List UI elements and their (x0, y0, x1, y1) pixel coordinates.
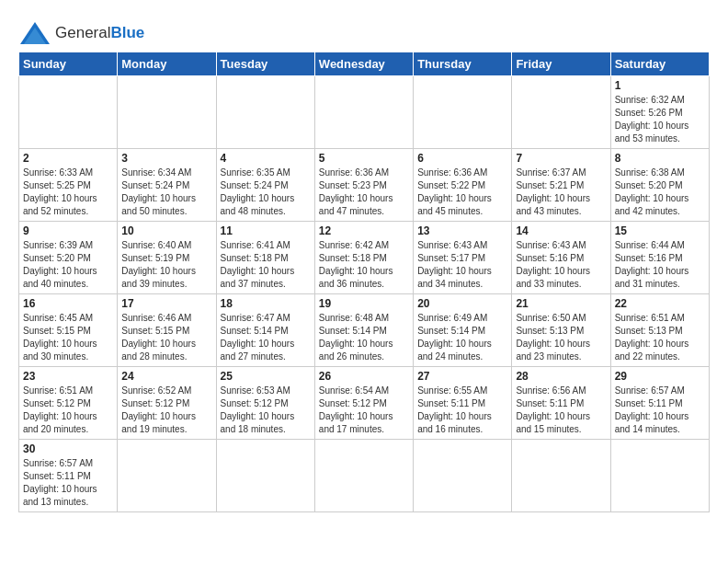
day-info: Sunrise: 6:51 AM Sunset: 5:12 PM Dayligh… (23, 385, 113, 436)
calendar-cell (610, 440, 709, 512)
day-info: Sunrise: 6:43 AM Sunset: 5:17 PM Dayligh… (417, 239, 507, 291)
calendar-cell: 5Sunrise: 6:36 AM Sunset: 5:23 PM Daylig… (314, 149, 413, 222)
day-number: 16 (23, 297, 113, 310)
day-info: Sunrise: 6:48 AM Sunset: 5:14 PM Dayligh… (319, 312, 409, 363)
calendar-week-1: 1Sunrise: 6:32 AM Sunset: 5:26 PM Daylig… (19, 76, 710, 149)
calendar-cell: 10Sunrise: 6:40 AM Sunset: 5:19 PM Dayli… (118, 222, 216, 294)
calendar-cell: 26Sunrise: 6:54 AM Sunset: 5:12 PM Dayli… (314, 367, 413, 440)
calendar-cell: 19Sunrise: 6:48 AM Sunset: 5:14 PM Dayli… (314, 294, 413, 367)
calendar-cell: 2Sunrise: 6:33 AM Sunset: 5:25 PM Daylig… (19, 149, 118, 222)
calendar-header-row: SundayMondayTuesdayWednesdayThursdayFrid… (19, 52, 710, 76)
calendar-week-3: 9Sunrise: 6:39 AM Sunset: 5:20 PM Daylig… (19, 222, 710, 294)
calendar-cell: 11Sunrise: 6:41 AM Sunset: 5:18 PM Dayli… (216, 222, 314, 294)
calendar-table: SundayMondayTuesdayWednesdayThursdayFrid… (18, 52, 710, 512)
calendar-cell (512, 76, 610, 149)
day-number: 18 (221, 297, 311, 310)
day-number: 4 (221, 152, 311, 165)
day-number: 11 (221, 224, 311, 237)
calendar-cell: 22Sunrise: 6:51 AM Sunset: 5:13 PM Dayli… (610, 294, 709, 367)
calendar-cell: 28Sunrise: 6:56 AM Sunset: 5:11 PM Dayli… (512, 367, 610, 440)
day-info: Sunrise: 6:33 AM Sunset: 5:25 PM Dayligh… (23, 167, 113, 218)
day-number: 28 (516, 370, 606, 383)
calendar-week-4: 16Sunrise: 6:45 AM Sunset: 5:15 PM Dayli… (19, 294, 710, 367)
day-info: Sunrise: 6:41 AM Sunset: 5:18 PM Dayligh… (221, 239, 311, 291)
logo-text: GeneralBlue (55, 24, 144, 42)
calendar-cell: 13Sunrise: 6:43 AM Sunset: 5:17 PM Dayli… (414, 222, 512, 294)
page: GeneralBlue SundayMondayTuesdayWednesday… (0, 0, 728, 522)
calendar-cell (414, 440, 512, 512)
day-info: Sunrise: 6:38 AM Sunset: 5:20 PM Dayligh… (615, 167, 705, 218)
calendar-cell: 30Sunrise: 6:57 AM Sunset: 5:11 PM Dayli… (19, 440, 118, 512)
weekday-header-wednesday: Wednesday (314, 52, 413, 76)
day-number: 17 (121, 297, 211, 310)
day-number: 29 (615, 370, 705, 383)
day-number: 26 (319, 370, 409, 383)
day-number: 20 (417, 297, 507, 310)
calendar-cell: 29Sunrise: 6:57 AM Sunset: 5:11 PM Dayli… (610, 367, 709, 440)
day-number: 15 (615, 224, 705, 237)
calendar-week-5: 23Sunrise: 6:51 AM Sunset: 5:12 PM Dayli… (19, 367, 710, 440)
calendar-cell: 1Sunrise: 6:32 AM Sunset: 5:26 PM Daylig… (610, 76, 709, 149)
day-info: Sunrise: 6:44 AM Sunset: 5:16 PM Dayligh… (615, 239, 705, 291)
day-info: Sunrise: 6:47 AM Sunset: 5:14 PM Dayligh… (221, 312, 311, 363)
day-info: Sunrise: 6:34 AM Sunset: 5:24 PM Dayligh… (121, 167, 211, 218)
day-info: Sunrise: 6:39 AM Sunset: 5:20 PM Dayligh… (23, 239, 113, 291)
logo-icon (18, 20, 51, 46)
weekday-header-thursday: Thursday (414, 52, 512, 76)
calendar-cell (414, 76, 512, 149)
day-info: Sunrise: 6:52 AM Sunset: 5:12 PM Dayligh… (121, 385, 211, 436)
day-number: 25 (221, 370, 311, 383)
calendar-cell (118, 76, 216, 149)
calendar-cell (216, 440, 314, 512)
day-info: Sunrise: 6:35 AM Sunset: 5:24 PM Dayligh… (221, 167, 311, 218)
day-info: Sunrise: 6:56 AM Sunset: 5:11 PM Dayligh… (516, 385, 606, 436)
calendar-cell: 16Sunrise: 6:45 AM Sunset: 5:15 PM Dayli… (19, 294, 118, 367)
calendar-week-6: 30Sunrise: 6:57 AM Sunset: 5:11 PM Dayli… (19, 440, 710, 512)
day-number: 10 (121, 224, 211, 237)
calendar-cell: 17Sunrise: 6:46 AM Sunset: 5:15 PM Dayli… (118, 294, 216, 367)
day-info: Sunrise: 6:36 AM Sunset: 5:22 PM Dayligh… (417, 167, 507, 218)
calendar-cell: 25Sunrise: 6:53 AM Sunset: 5:12 PM Dayli… (216, 367, 314, 440)
day-info: Sunrise: 6:54 AM Sunset: 5:12 PM Dayligh… (319, 385, 409, 436)
calendar-cell: 12Sunrise: 6:42 AM Sunset: 5:18 PM Dayli… (314, 222, 413, 294)
calendar-week-2: 2Sunrise: 6:33 AM Sunset: 5:25 PM Daylig… (19, 149, 710, 222)
calendar-cell (118, 440, 216, 512)
calendar-cell (216, 76, 314, 149)
day-info: Sunrise: 6:57 AM Sunset: 5:11 PM Dayligh… (23, 457, 113, 509)
calendar-cell: 3Sunrise: 6:34 AM Sunset: 5:24 PM Daylig… (118, 149, 216, 222)
calendar-cell: 15Sunrise: 6:44 AM Sunset: 5:16 PM Dayli… (610, 222, 709, 294)
weekday-header-sunday: Sunday (19, 52, 118, 76)
logo: GeneralBlue (18, 20, 144, 46)
calendar-cell: 7Sunrise: 6:37 AM Sunset: 5:21 PM Daylig… (512, 149, 610, 222)
day-info: Sunrise: 6:46 AM Sunset: 5:15 PM Dayligh… (121, 312, 211, 363)
day-number: 9 (23, 224, 113, 237)
day-info: Sunrise: 6:50 AM Sunset: 5:13 PM Dayligh… (516, 312, 606, 363)
weekday-header-tuesday: Tuesday (216, 52, 314, 76)
calendar-cell: 23Sunrise: 6:51 AM Sunset: 5:12 PM Dayli… (19, 367, 118, 440)
day-info: Sunrise: 6:51 AM Sunset: 5:13 PM Dayligh… (615, 312, 705, 363)
day-info: Sunrise: 6:37 AM Sunset: 5:21 PM Dayligh… (516, 167, 606, 218)
day-number: 27 (417, 370, 507, 383)
day-number: 1 (615, 79, 705, 92)
weekday-header-friday: Friday (512, 52, 610, 76)
calendar-cell: 4Sunrise: 6:35 AM Sunset: 5:24 PM Daylig… (216, 149, 314, 222)
day-number: 3 (121, 152, 211, 165)
calendar-cell (19, 76, 118, 149)
day-number: 14 (516, 224, 606, 237)
calendar-cell: 18Sunrise: 6:47 AM Sunset: 5:14 PM Dayli… (216, 294, 314, 367)
day-number: 2 (23, 152, 113, 165)
day-number: 13 (417, 224, 507, 237)
day-number: 5 (319, 152, 409, 165)
calendar-cell: 9Sunrise: 6:39 AM Sunset: 5:20 PM Daylig… (19, 222, 118, 294)
calendar-cell: 20Sunrise: 6:49 AM Sunset: 5:14 PM Dayli… (414, 294, 512, 367)
day-number: 21 (516, 297, 606, 310)
calendar-cell: 24Sunrise: 6:52 AM Sunset: 5:12 PM Dayli… (118, 367, 216, 440)
day-info: Sunrise: 6:49 AM Sunset: 5:14 PM Dayligh… (417, 312, 507, 363)
day-info: Sunrise: 6:55 AM Sunset: 5:11 PM Dayligh… (417, 385, 507, 436)
calendar-cell: 6Sunrise: 6:36 AM Sunset: 5:22 PM Daylig… (414, 149, 512, 222)
day-info: Sunrise: 6:36 AM Sunset: 5:23 PM Dayligh… (319, 167, 409, 218)
calendar-cell: 8Sunrise: 6:38 AM Sunset: 5:20 PM Daylig… (610, 149, 709, 222)
day-number: 23 (23, 370, 113, 383)
day-number: 30 (23, 442, 113, 455)
day-info: Sunrise: 6:53 AM Sunset: 5:12 PM Dayligh… (221, 385, 311, 436)
